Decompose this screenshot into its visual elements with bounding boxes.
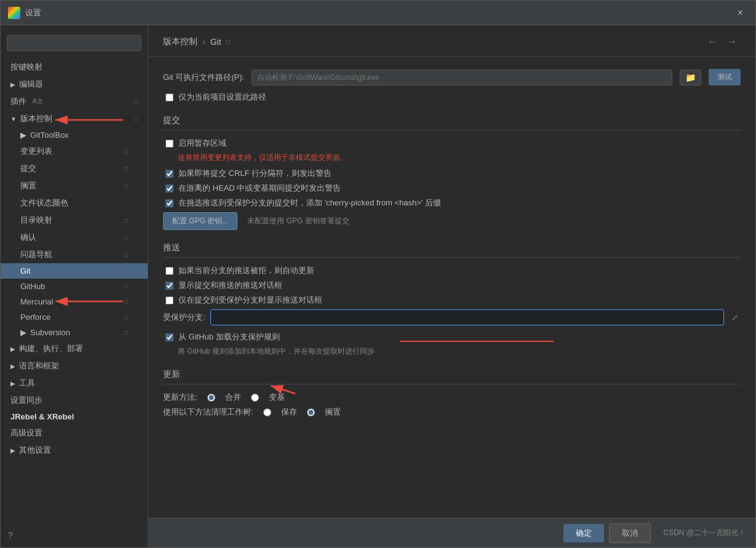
watermark: CSDN @二十一克阳光！ — [663, 528, 746, 538]
github-rules-checkbox[interactable] — [165, 333, 173, 341]
main-body-content: Git 可执行文件路径(P): 📁 测试 仅为当前项目设置此路径 提交 启用暂存… — [148, 57, 755, 434]
sidebar-item-file-status[interactable]: 文件状态颜色 — [1, 194, 148, 212]
breadcrumb-current: Git — [210, 37, 221, 47]
sidebar-item-label: 变更列表 — [20, 146, 52, 157]
tab-icon: □ — [124, 283, 128, 290]
sidebar-item-github[interactable]: GitHub □ — [1, 279, 148, 294]
sidebar-item-label: 文件状态颜色 — [20, 197, 68, 208]
shelve-radio[interactable] — [307, 408, 315, 416]
update-method-label: 更新方法: — [163, 392, 197, 403]
protected-branch-input[interactable] — [210, 309, 724, 325]
sidebar-item-commit[interactable]: 提交 □ — [1, 160, 148, 177]
sidebar-item-other[interactable]: ▶ 其他设置 — [1, 442, 148, 459]
gpg-hint: 未配置使用 GPG 密钥签署提交 — [247, 216, 349, 226]
main-header: 版本控制 › Git □ ← → — [148, 25, 755, 57]
sidebar-item-label: 按键映射 — [10, 62, 42, 73]
window-title: 设置 — [25, 7, 733, 18]
sidebar-item-perforce[interactable]: Perforce □ — [1, 309, 148, 325]
protected-branch-row: 受保护分支: ⤢ — [163, 309, 741, 325]
sidebar-item-confirm[interactable]: 确认 □ — [1, 229, 148, 246]
shelve-label: 搁置 — [325, 407, 341, 418]
translate-icon: A文 — [33, 97, 43, 106]
crlf-checkbox[interactable] — [165, 170, 173, 178]
push-update-label: 如果当前分支的推送被拒，则自动更新 — [178, 265, 314, 276]
sidebar-item-label: 语言和框架 — [19, 360, 59, 371]
sidebar-item-issue-nav[interactable]: 问题导航 □ — [1, 246, 148, 263]
staging-checkbox[interactable] — [165, 140, 173, 148]
sidebar-item-change-list[interactable]: 变更列表 □ — [1, 143, 148, 160]
test-button[interactable]: 测试 — [709, 69, 741, 85]
sidebar-item-label: 工具 — [19, 378, 35, 389]
rebase-radio[interactable] — [251, 394, 259, 402]
arrow-icon: ▶ — [10, 380, 15, 387]
push-dialog-checkbox[interactable] — [165, 282, 173, 290]
clean-method-row: 使用以下方法清理工作树: 保存 搁置 — [163, 407, 741, 418]
push-protected-checkbox[interactable] — [165, 296, 173, 304]
tab-icon: □ — [124, 165, 128, 172]
update-method-row: 更新方法: 合并 变基 — [163, 392, 741, 403]
push-update-checkbox[interactable] — [165, 267, 173, 275]
arrow-icon: ▶ — [10, 363, 15, 370]
arrow-icon: ▶ — [10, 81, 15, 88]
merge-radio[interactable] — [207, 394, 215, 402]
cancel-button[interactable]: 取消 — [609, 523, 651, 543]
path-project-label: 仅为当前项目设置此路径 — [178, 92, 266, 103]
sidebar-item-mercurial[interactable]: Mercurial □ — [1, 294, 148, 309]
sidebar-item-git[interactable]: Git □ — [1, 263, 148, 279]
sidebar-item-gittoolbox[interactable]: ▶ GitToolBox — [1, 127, 148, 143]
sidebar-item-keybindings[interactable]: 按键映射 — [1, 58, 148, 76]
sidebar-item-vcs[interactable]: ▼ 版本控制 □ — [1, 110, 148, 127]
sidebar-item-settings-sync[interactable]: 设置同步 — [1, 392, 148, 409]
sidebar: 🔍 按键映射 ▶ 编辑器 插件 A文 □ ▼ 版本控制 □ — [1, 25, 148, 547]
breadcrumb-separator: › — [202, 37, 205, 47]
sidebar-item-label: 搁置 — [20, 180, 36, 191]
path-project-checkbox-row: 仅为当前项目设置此路径 — [163, 92, 741, 103]
gpg-button[interactable]: 配置 GPG 密钥... — [163, 212, 237, 230]
header-nav: ← → — [704, 35, 741, 49]
sidebar-item-jrebel[interactable]: JRebel & XRebel — [1, 409, 148, 424]
sidebar-item-tools[interactable]: ▶ 工具 — [1, 375, 148, 392]
detached-checkbox[interactable] — [165, 185, 173, 193]
push-protected-checkbox-row: 仅在提交到受保护分支时显示推送对话框 — [163, 295, 741, 306]
sidebar-item-label: 设置同步 — [10, 395, 42, 406]
git-path-row: Git 可执行文件路径(P): 📁 测试 — [163, 69, 741, 85]
sidebar-item-subversion[interactable]: ▶ Subversion □ — [1, 325, 148, 340]
sidebar-item-label: 编辑器 — [19, 79, 43, 90]
tab-icon: □ — [124, 314, 128, 320]
sidebar-item-dir-map[interactable]: 目录映射 □ — [1, 212, 148, 229]
path-project-checkbox[interactable] — [165, 93, 173, 101]
sidebar-item-build[interactable]: ▶ 构建、执行、部署 — [1, 340, 148, 357]
arrow-icon: ▶ — [10, 346, 15, 352]
folder-button[interactable]: 📁 — [680, 69, 701, 85]
sidebar-item-editor[interactable]: ▶ 编辑器 — [1, 76, 148, 93]
sidebar-item-shelve[interactable]: 搁置 □ — [1, 177, 148, 194]
ok-button[interactable]: 确定 — [563, 524, 604, 542]
sidebar-item-label: 版本控制 — [20, 113, 52, 124]
search-box: 🔍 — [7, 35, 141, 51]
help-icon[interactable]: ? — [8, 530, 13, 540]
cherry-checkbox-row: 在挑选推送到受保护分支的提交时，添加 'cherry-picked from <… — [163, 197, 741, 208]
github-rules-hint: 将 GitHub 规则添加到本地规则中，并在每次提取时进行同步 — [163, 346, 741, 357]
nav-forward-button[interactable]: → — [723, 35, 741, 49]
github-rules-label: 从 GitHub 加载分支保护规则 — [178, 332, 280, 343]
crlf-checkbox-row: 如果即将提交 CRLF 行分隔符，则发出警告 — [163, 168, 741, 179]
search-input[interactable] — [7, 35, 141, 51]
git-path-input[interactable] — [252, 69, 672, 85]
sidebar-item-advanced[interactable]: 高级设置 — [1, 424, 148, 442]
title-bar: 设置 × — [1, 1, 755, 25]
sidebar-item-plugins[interactable]: 插件 A文 □ — [1, 93, 148, 110]
sidebar-item-languages[interactable]: ▶ 语言和框架 — [1, 357, 148, 375]
sidebar-item-label: Subversion — [30, 328, 70, 337]
main-panel: 版本控制 › Git □ ← → Git 可执行文件路径(P): 📁 — [148, 25, 755, 547]
clean-method-label: 使用以下方法清理工作树: — [163, 407, 253, 418]
crlf-label: 如果即将提交 CRLF 行分隔符，则发出警告 — [178, 168, 332, 179]
cherry-checkbox[interactable] — [165, 199, 173, 207]
nav-back-button[interactable]: ← — [704, 35, 721, 49]
cherry-label: 在挑选推送到受保护分支的提交时，添加 'cherry-picked from <… — [178, 197, 441, 208]
protected-branch-label: 受保护分支: — [163, 312, 205, 323]
tab-icon: □ — [124, 329, 128, 336]
close-button[interactable]: × — [733, 5, 748, 21]
expand-icon[interactable]: ⤢ — [729, 311, 741, 325]
save-radio[interactable] — [263, 408, 271, 416]
staging-checkbox-row: 启用暂存区域 — [163, 138, 741, 149]
